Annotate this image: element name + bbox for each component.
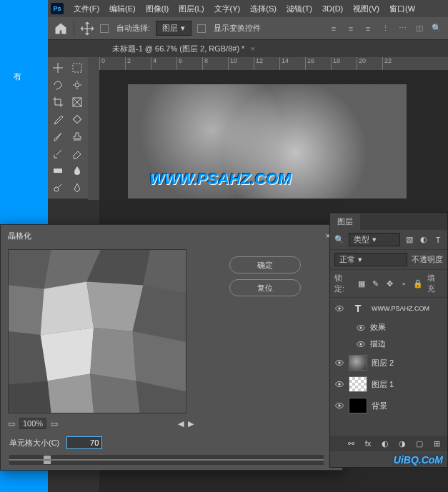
frame-tool[interactable]: [69, 94, 86, 110]
move-tool[interactable]: [49, 60, 66, 76]
menu-window[interactable]: 窗口(W: [385, 1, 419, 16]
chevron-down-icon: ▾: [358, 255, 362, 264]
marquee-tool[interactable]: [69, 60, 86, 76]
lock-transparent-icon[interactable]: ▦: [357, 278, 367, 288]
brush-tool[interactable]: [49, 129, 66, 144]
layer-thumbnail: [349, 398, 367, 413]
layers-tab[interactable]: 图层: [330, 214, 360, 230]
visibility-icon[interactable]: [356, 339, 366, 349]
show-transform-checkbox[interactable]: [197, 24, 206, 33]
lock-label: 锁定:: [334, 273, 352, 294]
layer-mask-icon[interactable]: ◐: [380, 438, 390, 448]
zoom-out-button[interactable]: ▭: [8, 419, 15, 428]
lock-artboard-icon[interactable]: ▫: [399, 278, 409, 288]
layer-row[interactable]: 背景: [330, 395, 447, 416]
lock-paint-icon[interactable]: ✎: [371, 278, 381, 288]
zoom-in-button[interactable]: ▭: [51, 419, 58, 428]
menu-layer[interactable]: 图层(L): [174, 1, 208, 16]
ruler-tick: 22: [382, 57, 408, 70]
document-tab[interactable]: 未标题-1 @ 66.7% (图层 2, RGB/8#) *: [112, 44, 244, 54]
reset-button[interactable]: 复位: [229, 279, 301, 296]
healing-tool[interactable]: [69, 111, 86, 127]
history-brush-tool[interactable]: [49, 146, 66, 161]
align-center-icon[interactable]: ≡: [345, 23, 357, 34]
search-icon[interactable]: 🔍: [431, 23, 442, 34]
svg-point-25: [359, 326, 362, 329]
visibility-icon[interactable]: [334, 379, 344, 389]
type-layer-icon: T: [349, 301, 367, 316]
lock-all-icon[interactable]: 🔒: [413, 278, 423, 288]
filter-kind-dropdown[interactable]: 类型▾: [349, 233, 400, 246]
cell-size-slider[interactable]: [9, 455, 324, 465]
link-layers-icon[interactable]: ⚯: [346, 438, 356, 448]
layer-fx-icon[interactable]: fx: [363, 438, 373, 448]
filter-preview[interactable]: ▲▼: [8, 249, 186, 413]
layer-row[interactable]: T WWW.PSAHZ.COM: [330, 298, 447, 319]
visibility-icon[interactable]: [334, 358, 344, 368]
group-icon[interactable]: ▢: [414, 438, 424, 448]
dialog-title: 晶格化: [8, 231, 31, 241]
menu-file[interactable]: 文件(F): [69, 1, 104, 16]
ruler-tick: 12: [254, 57, 279, 70]
adjustment-layer-icon[interactable]: ◑: [397, 438, 407, 448]
cell-size-input[interactable]: [66, 436, 102, 449]
more-icon[interactable]: ⋯: [397, 23, 408, 34]
watermark-text: WWW.PSAHZ.COM: [149, 170, 292, 189]
filter-adjust-icon[interactable]: ◐: [419, 235, 429, 245]
home-button[interactable]: [54, 21, 68, 36]
menu-type[interactable]: 文字(Y): [210, 1, 245, 16]
align-right-icon[interactable]: ≡: [362, 23, 374, 34]
zoom-level[interactable]: 100%: [19, 418, 46, 429]
menu-filter[interactable]: 滤镜(T): [282, 1, 317, 16]
blend-mode-dropdown[interactable]: 正常▾: [334, 253, 407, 266]
layer-effects[interactable]: 效果: [330, 319, 447, 336]
eraser-tool[interactable]: [69, 146, 86, 161]
auto-select-target[interactable]: 图层 ▾: [156, 21, 191, 36]
layer-name: 图层 2: [372, 358, 394, 368]
menu-edit[interactable]: 编辑(E): [105, 1, 140, 16]
ruler-tick: 0: [99, 57, 125, 70]
new-layer-icon[interactable]: ⊞: [432, 438, 442, 448]
auto-select-checkbox[interactable]: [100, 24, 109, 33]
3d-mode-icon[interactable]: ◫: [414, 23, 425, 34]
eyedropper-tool[interactable]: [49, 111, 66, 127]
tool-panel: [48, 57, 88, 199]
layer-thumbnail: [349, 376, 367, 392]
menu-image[interactable]: 图像(I): [141, 1, 173, 16]
distribute-icon[interactable]: ⋮: [379, 23, 391, 34]
layer-row[interactable]: 图层 1: [330, 373, 447, 395]
menu-view[interactable]: 视图(V): [349, 1, 384, 16]
gradient-tool[interactable]: [49, 163, 66, 179]
pen-tool[interactable]: [69, 180, 86, 196]
menu-select[interactable]: 选择(S): [246, 1, 281, 16]
stamp-tool[interactable]: [69, 129, 86, 144]
slider-thumb[interactable]: [44, 456, 51, 464]
filter-pixel-icon[interactable]: ▧: [404, 235, 414, 245]
ruler-tick: 10: [228, 57, 254, 70]
ok-button[interactable]: 确定: [229, 256, 301, 273]
align-left-icon[interactable]: ≡: [328, 23, 339, 34]
menu-3d[interactable]: 3D(D): [318, 2, 347, 15]
dodge-tool[interactable]: [49, 180, 66, 196]
lock-position-icon[interactable]: ✥: [385, 278, 395, 288]
svg-point-31: [338, 383, 341, 386]
move-icon: [80, 21, 94, 36]
layer-row[interactable]: 图层 2: [330, 352, 447, 373]
blur-tool[interactable]: [69, 163, 86, 179]
svg-marker-10: [9, 286, 44, 335]
move-tool-indicator[interactable]: [80, 21, 94, 36]
quick-select-tool[interactable]: [69, 77, 86, 93]
svg-rect-3: [73, 115, 81, 123]
visibility-icon[interactable]: [334, 303, 344, 313]
svg-point-29: [338, 361, 341, 364]
filter-type-icon[interactable]: T: [433, 235, 443, 245]
dialog-titlebar[interactable]: 晶格化 ×: [1, 225, 342, 246]
visibility-icon[interactable]: [334, 401, 344, 411]
layer-effect-item[interactable]: 描边: [330, 336, 447, 352]
close-tab-icon[interactable]: ×: [250, 44, 254, 53]
desktop-shortcut[interactable]: 有: [3, 71, 31, 82]
lasso-tool[interactable]: [49, 77, 66, 93]
filter-search-icon[interactable]: 🔍: [334, 235, 344, 245]
crop-tool[interactable]: [49, 94, 66, 110]
visibility-icon[interactable]: [356, 323, 366, 333]
